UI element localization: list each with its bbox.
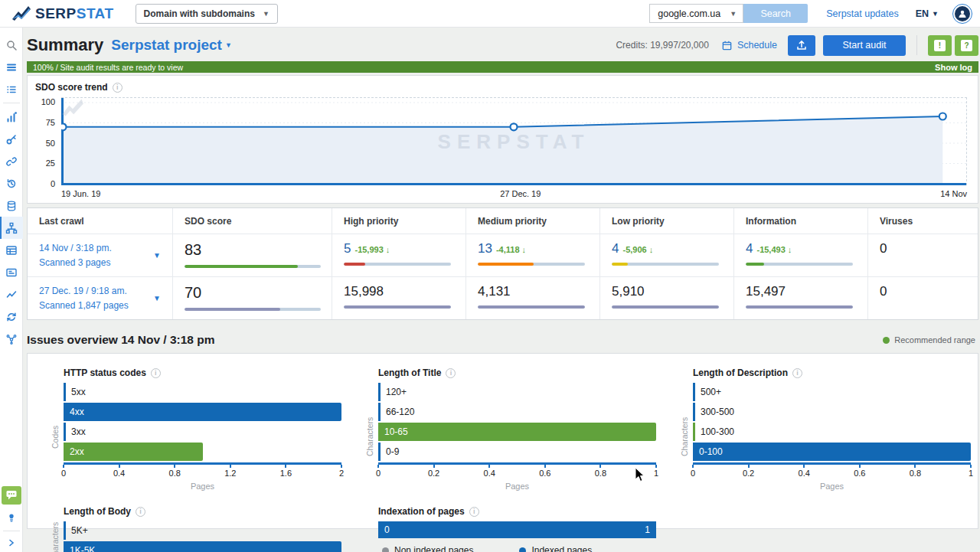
bar-1K-5K[interactable]: 1K-5K xyxy=(64,541,341,552)
bar-row: 300-500 xyxy=(693,403,971,422)
page-header: Summary Serpstat project ▼ Credits: 19,9… xyxy=(27,32,978,58)
bar-300-500[interactable] xyxy=(693,403,695,421)
legend-item: Non indexed pages xyxy=(382,545,473,552)
sidebar-item-database[interactable] xyxy=(0,194,23,217)
info-icon[interactable]: i xyxy=(151,368,161,378)
domain-select[interactable]: google.com.ua ▼ xyxy=(649,4,743,23)
sidebar-item-clustering[interactable] xyxy=(0,328,23,350)
high-priority-cell[interactable]: 15,998 xyxy=(332,276,466,319)
low-priority-cell[interactable]: 5,910 xyxy=(600,276,734,319)
sidebar-item-menu[interactable] xyxy=(0,56,23,78)
sidebar-item-pages[interactable] xyxy=(0,261,23,283)
y-tick-label: 0 xyxy=(51,179,55,188)
x-tick-label: 0.4 xyxy=(484,469,495,478)
sidebar-item-history[interactable] xyxy=(0,172,23,194)
green-dot-icon xyxy=(883,337,890,344)
start-audit-button[interactable]: Start audit xyxy=(823,35,906,56)
sdo-trend-svg xyxy=(61,98,966,185)
app-topbar: SERPSTAT Domain with subdomains ▼ google… xyxy=(0,0,980,28)
sidebar-item-search[interactable] xyxy=(0,34,23,56)
low-priority-cell[interactable]: 4-5,906 ↓ xyxy=(600,234,734,276)
issues-panel: HTTP status codesi Codes5xx4xx3xx2xx00.4… xyxy=(27,353,978,529)
search-icon xyxy=(5,39,18,51)
show-log-button[interactable]: Show log xyxy=(935,63,972,72)
chevron-down-icon[interactable]: ▼ xyxy=(153,251,161,260)
bar-66-120[interactable] xyxy=(378,403,381,421)
sidebar-item-projects-list[interactable] xyxy=(0,78,23,100)
help-icon: ? xyxy=(961,40,972,51)
x-axis xyxy=(64,462,341,465)
x-axis-label: Pages xyxy=(693,482,971,491)
bar-0-100[interactable]: 0-100 xyxy=(693,443,971,461)
bar-2xx[interactable]: 2xx xyxy=(64,443,203,461)
sidebar-item-keyword-research[interactable] xyxy=(0,128,23,150)
bar-500+[interactable] xyxy=(693,383,695,401)
info-icon[interactable]: i xyxy=(446,368,456,378)
credits-label: Credits: 19,997/20,000 xyxy=(616,40,708,51)
x-axis-label: Pages xyxy=(64,482,341,491)
chevron-down-icon[interactable]: ▼ xyxy=(153,294,161,302)
bar-row: 2xx xyxy=(64,443,341,462)
chevron-down-icon: ▼ xyxy=(263,10,270,18)
information-cell[interactable]: 15,497 xyxy=(734,276,868,319)
language-select[interactable]: EN ▼ xyxy=(916,8,939,19)
schedule-button[interactable]: Schedule xyxy=(721,40,777,51)
sidebar-item-backlinks[interactable] xyxy=(0,150,23,172)
x-tick-label: 1 xyxy=(654,469,658,478)
sidebar-collapse-button[interactable] xyxy=(0,534,23,552)
viruses-cell: 0 xyxy=(868,276,978,319)
x-tick-label: 1.6 xyxy=(280,469,292,478)
x-tick-label: 0.4 xyxy=(799,469,810,478)
search-button[interactable]: Search xyxy=(743,4,808,23)
search-mode-select[interactable]: Domain with subdomains ▼ xyxy=(136,4,278,24)
bar-4xx[interactable]: 4xx xyxy=(64,403,341,421)
project-select[interactable]: Serpstat project ▼ xyxy=(111,37,232,54)
trend-panel: SDO score trend i 1007550250 SERPSTAT 19… xyxy=(27,75,978,204)
user-avatar[interactable] xyxy=(952,4,972,24)
recommended-range-legend: Recommended range xyxy=(883,335,975,345)
info-icon[interactable]: i xyxy=(136,507,145,517)
bar-5xx[interactable] xyxy=(64,383,66,401)
sidebar-item-refresh[interactable] xyxy=(0,305,23,328)
browser-card-icon xyxy=(5,266,18,279)
bar-0-9[interactable] xyxy=(378,443,381,461)
bar-row: 100-300 xyxy=(693,423,971,442)
user-icon xyxy=(955,6,970,21)
sidebar-item-rank-tracking[interactable] xyxy=(0,106,23,128)
medium-priority-cell[interactable]: 13-4,118 ↓ xyxy=(466,234,600,276)
medium-priority-cell[interactable]: 4,131 xyxy=(466,276,600,319)
bar-10-65[interactable]: 10-65 xyxy=(378,423,656,441)
ideas-button[interactable] xyxy=(0,506,23,528)
crawl-date-cell[interactable]: 14 Nov / 3:18 pm. Scanned 3 pages ▼ xyxy=(28,234,173,276)
x-tick-label: 0 xyxy=(376,469,381,478)
serpstat-logo[interactable]: SERPSTAT xyxy=(12,5,114,22)
database-icon xyxy=(5,200,18,212)
delta-badge: -15,993 ↓ xyxy=(354,245,390,254)
chevron-down-icon: ▼ xyxy=(932,10,939,18)
info-icon[interactable]: i xyxy=(792,368,802,378)
bar-120+[interactable] xyxy=(378,383,381,401)
indexation-legend: Non indexed pagesIndexed pages xyxy=(382,545,656,552)
sidebar-item-reports[interactable] xyxy=(0,239,23,261)
bar-3xx[interactable] xyxy=(64,423,66,441)
trend-plot: SERPSTAT xyxy=(61,97,967,185)
menu-icon xyxy=(5,61,18,73)
indexation-bar[interactable]: 01 xyxy=(378,521,656,538)
information-cell[interactable]: 4-15,493 ↓ xyxy=(734,234,868,276)
page-title: Summary xyxy=(27,35,103,55)
export-icon xyxy=(795,39,808,51)
high-priority-cell[interactable]: 5-15,993 ↓ xyxy=(332,234,466,276)
info-icon[interactable]: i xyxy=(469,507,479,517)
feedback-button[interactable]: ! xyxy=(928,35,952,56)
info-icon[interactable]: i xyxy=(113,83,122,93)
export-button[interactable] xyxy=(788,35,815,56)
chat-button[interactable] xyxy=(0,484,23,506)
help-button[interactable]: ? xyxy=(955,35,978,56)
bar-5K+[interactable] xyxy=(64,521,66,540)
sidebar-item-trends[interactable] xyxy=(0,283,23,305)
sidebar-item-audit[interactable] xyxy=(0,217,23,239)
crawl-date-cell[interactable]: 27 Dec. 19 / 9:18 am. Scanned 1,847 page… xyxy=(28,276,173,319)
bar-100-300[interactable] xyxy=(693,423,695,441)
sdo-score-cell: 83 xyxy=(173,234,332,276)
updates-link[interactable]: Serpstat updates xyxy=(826,8,899,19)
